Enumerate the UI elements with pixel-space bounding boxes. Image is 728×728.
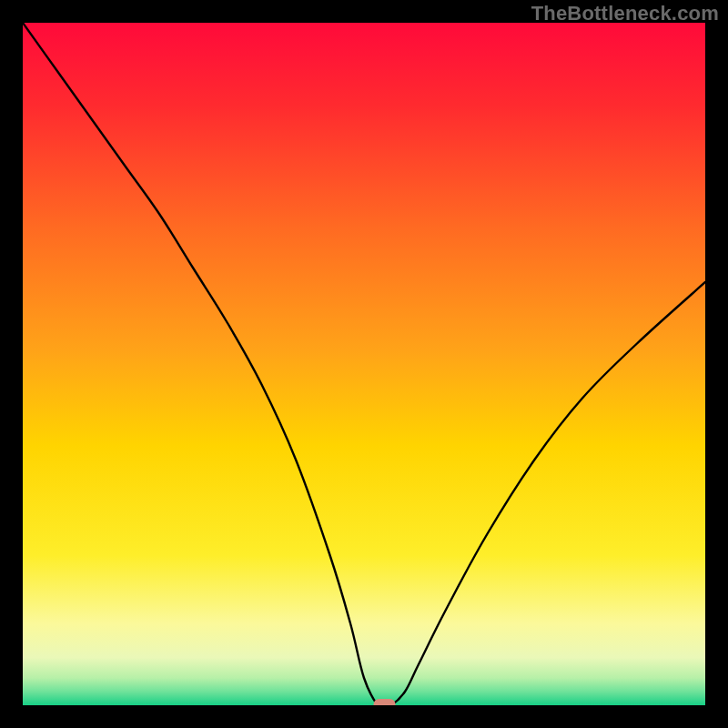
bottleneck-chart — [23, 23, 705, 705]
optimum-marker — [374, 699, 396, 705]
chart-frame: TheBottleneck.com — [0, 0, 728, 728]
watermark-text: TheBottleneck.com — [531, 2, 719, 25]
gradient-background — [23, 23, 705, 705]
